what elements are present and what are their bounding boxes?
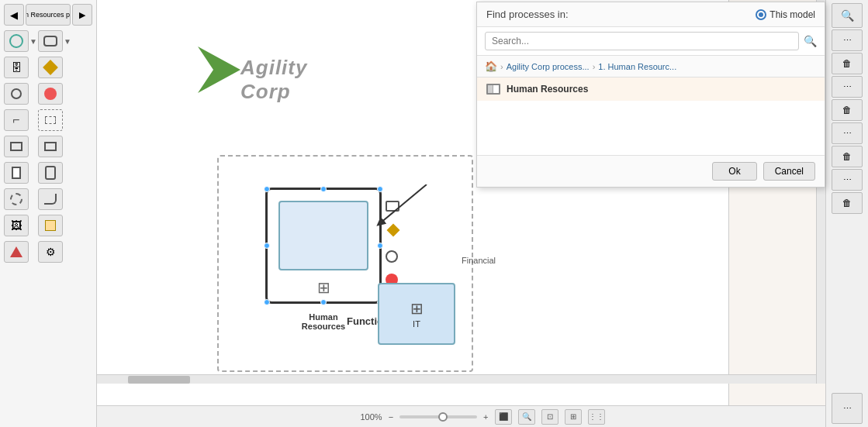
right-icon-toolbar: 🔍 ⋯ 🗑 ⋯ 🗑 ⋯ 🗑 ⋯ 🗑 ⋯ bbox=[825, 0, 868, 427]
tool-row-3 bbox=[3, 82, 93, 105]
plain-rect-icon bbox=[10, 142, 22, 151]
search-icon: 🔍 bbox=[804, 35, 817, 47]
dialog-footer: Ok Cancel bbox=[477, 155, 825, 187]
dashed-circle-icon bbox=[10, 193, 22, 205]
search-row: 🔍 bbox=[477, 27, 825, 56]
db-tool[interactable]: 🗄 bbox=[4, 57, 29, 78]
view-btn-2[interactable]: 🔍 bbox=[518, 409, 535, 425]
rounded-rect-icon bbox=[43, 36, 57, 46]
zoom-minus-icon[interactable]: − bbox=[389, 412, 393, 422]
it-box[interactable]: ⊞ IT bbox=[378, 283, 455, 345]
horizontal-scrollbar[interactable] bbox=[97, 374, 825, 384]
zoom-slider[interactable] bbox=[399, 415, 477, 418]
note-tool[interactable] bbox=[38, 215, 63, 236]
handle-bl[interactable] bbox=[264, 299, 270, 305]
view-btn-4[interactable]: ⊞ bbox=[565, 409, 582, 425]
right-more-btn-3[interactable]: ⋯ bbox=[832, 122, 863, 144]
shape-rect-icon[interactable] bbox=[386, 201, 399, 212]
zoom-plus-icon[interactable]: + bbox=[483, 412, 488, 422]
right-more-btn-2[interactable]: ⋯ bbox=[832, 76, 863, 98]
dashed-rect-icon bbox=[45, 116, 56, 124]
collapse-button[interactable]: ▶ bbox=[72, 4, 92, 26]
rounded-rect-tool[interactable] bbox=[38, 30, 63, 52]
hr-label: HumanResources bbox=[302, 312, 345, 331]
search-input[interactable] bbox=[485, 32, 799, 50]
tab-label[interactable]: 1. Human Resources processes bbox=[26, 4, 70, 26]
handle-tr[interactable] bbox=[377, 186, 383, 192]
breadcrumb-home-icon[interactable]: 🏠 bbox=[485, 60, 497, 72]
breadcrumb-item-2[interactable]: 1. Human Resourc... bbox=[598, 62, 676, 71]
circle-outline-tool[interactable] bbox=[4, 83, 29, 105]
diamond-tool[interactable] bbox=[38, 57, 63, 78]
cylinder-tool[interactable] bbox=[38, 162, 63, 184]
zoom-level: 100% bbox=[360, 412, 382, 422]
tool-row-5 bbox=[3, 135, 93, 158]
handle-tc[interactable] bbox=[320, 186, 327, 192]
right-delete-btn-1[interactable]: 🗑 bbox=[832, 53, 863, 74]
list-item-label: Human Resources bbox=[507, 84, 588, 95]
handle-bc[interactable] bbox=[320, 299, 327, 305]
tool-row-8: 🖼 bbox=[3, 214, 93, 237]
triangle-tool[interactable] bbox=[4, 241, 29, 263]
triangle-icon bbox=[10, 246, 22, 257]
dialog-title: Find processes in: bbox=[486, 9, 569, 20]
view-btn-3[interactable]: ⊡ bbox=[541, 409, 558, 425]
shape-circle-icon[interactable] bbox=[386, 250, 398, 263]
note-icon bbox=[45, 220, 56, 231]
scroll-thumb[interactable] bbox=[128, 376, 190, 384]
company-name: Agility Corp bbox=[240, 56, 307, 104]
dashed-circle-tool[interactable] bbox=[4, 188, 29, 210]
rounded-corner-tool[interactable] bbox=[38, 188, 63, 210]
corner-tool[interactable]: ⌐ bbox=[4, 109, 29, 131]
tool-row-7 bbox=[3, 188, 93, 211]
back-button[interactable]: ◀ bbox=[4, 4, 24, 26]
right-delete-btn-2[interactable]: 🗑 bbox=[832, 99, 863, 121]
process-list: Human Resources bbox=[477, 77, 825, 155]
hr-selected-box[interactable]: ⊞ HumanResources bbox=[265, 188, 382, 304]
tool-row-6 bbox=[3, 161, 93, 184]
nav-row: ◀ 1. Human Resources processes ▶ bbox=[3, 3, 93, 26]
tool-row-4: ⌐ bbox=[3, 108, 93, 132]
right-more-btn-4[interactable]: ⋯ bbox=[832, 169, 863, 191]
radio-dot-icon bbox=[756, 9, 766, 20]
view-btn-5[interactable]: ⋮⋮ bbox=[588, 409, 605, 425]
financial-label: Financial bbox=[462, 256, 496, 265]
table-icon bbox=[44, 142, 57, 151]
doc-icon bbox=[12, 167, 21, 179]
cancel-button[interactable]: Cancel bbox=[763, 162, 815, 181]
bottom-bar: 100% − + ⬛ 🔍 ⊡ ⊞ ⋮⋮ bbox=[97, 405, 868, 427]
breadcrumb: 🏠 › Agility Corp process... › 1. Human R… bbox=[477, 56, 825, 77]
list-item[interactable]: Human Resources bbox=[477, 77, 825, 101]
right-delete-btn-3[interactable]: 🗑 bbox=[832, 146, 863, 167]
doc-tool[interactable] bbox=[4, 162, 29, 184]
canvas-area[interactable]: Agility Corp Functional Areas ⊞ HumanRes… bbox=[97, 0, 868, 405]
it-plus-icon[interactable]: ⊞ bbox=[410, 299, 424, 318]
handle-tl[interactable] bbox=[264, 186, 270, 192]
gear-tool[interactable]: ⚙ bbox=[38, 241, 63, 263]
image-tool[interactable]: 🖼 bbox=[4, 215, 29, 236]
right-delete-btn-4[interactable]: 🗑 bbox=[832, 192, 863, 214]
svg-marker-0 bbox=[198, 46, 240, 93]
handle-ml[interactable] bbox=[264, 243, 270, 249]
radio-option-this-model[interactable]: This model bbox=[756, 9, 815, 20]
main-content: Agility Corp Functional Areas ⊞ HumanRes… bbox=[97, 0, 868, 427]
right-more-btn-1[interactable]: ⋯ bbox=[832, 29, 863, 51]
plain-rect-tool[interactable] bbox=[4, 136, 29, 157]
right-more-btn-5[interactable]: ⋯ bbox=[832, 393, 863, 424]
view-btn-1[interactable]: ⬛ bbox=[495, 409, 512, 425]
table-tool[interactable] bbox=[38, 136, 63, 157]
circle-red-tool[interactable] bbox=[38, 83, 63, 105]
radio-label: This model bbox=[769, 9, 815, 20]
it-label: IT bbox=[413, 319, 420, 329]
dashed-rect-tool[interactable] bbox=[38, 109, 63, 131]
diamond-icon bbox=[43, 60, 58, 75]
zoom-thumb[interactable] bbox=[438, 412, 448, 422]
handle-mr[interactable] bbox=[377, 243, 383, 249]
right-search-icon[interactable]: 🔍 bbox=[832, 3, 863, 28]
circle-red-icon bbox=[44, 88, 57, 100]
shape-diamond-icon[interactable] bbox=[387, 224, 400, 237]
circle-tool[interactable] bbox=[4, 30, 29, 52]
breadcrumb-item-1[interactable]: Agility Corp process... bbox=[507, 62, 590, 71]
hr-plus-icon[interactable]: ⊞ bbox=[317, 280, 330, 295]
ok-button[interactable]: Ok bbox=[712, 162, 756, 181]
